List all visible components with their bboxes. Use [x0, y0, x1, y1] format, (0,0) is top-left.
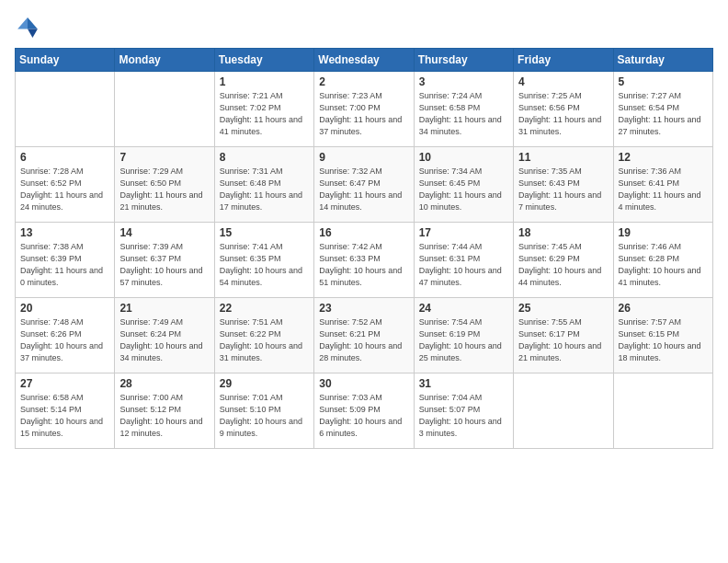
weekday-header-tuesday: Tuesday	[214, 49, 313, 72]
day-cell: 19Sunrise: 7:46 AMSunset: 6:28 PMDayligh…	[613, 223, 712, 298]
day-cell: 27Sunrise: 6:58 AMSunset: 5:14 PMDayligh…	[16, 373, 115, 449]
day-number: 10	[419, 151, 508, 164]
day-info: Sunrise: 7:55 AMSunset: 6:17 PMDaylight:…	[518, 316, 608, 364]
day-info: Sunrise: 7:00 AMSunset: 5:12 PMDaylight:…	[119, 392, 209, 440]
day-number: 18	[518, 226, 608, 239]
day-info: Sunrise: 7:24 AMSunset: 6:58 PMDaylight:…	[419, 90, 508, 138]
day-number: 20	[20, 302, 109, 315]
week-row-4: 20Sunrise: 7:48 AMSunset: 6:26 PMDayligh…	[16, 298, 713, 373]
day-number: 22	[220, 302, 309, 315]
day-number: 8	[220, 151, 309, 164]
day-cell: 3Sunrise: 7:24 AMSunset: 6:58 PMDaylight…	[414, 72, 513, 147]
day-number: 7	[119, 151, 209, 164]
day-info: Sunrise: 7:34 AMSunset: 6:45 PMDaylight:…	[419, 166, 508, 213]
day-number: 5	[619, 75, 708, 88]
weekday-header-saturday: Saturday	[613, 49, 712, 72]
day-info: Sunrise: 7:51 AMSunset: 6:22 PMDaylight:…	[220, 316, 309, 364]
day-info: Sunrise: 7:52 AMSunset: 6:21 PMDaylight:…	[319, 316, 408, 364]
day-cell: 7Sunrise: 7:29 AMSunset: 6:50 PMDaylight…	[115, 147, 214, 223]
day-cell: 30Sunrise: 7:03 AMSunset: 5:09 PMDayligh…	[314, 373, 414, 449]
day-info: Sunrise: 7:57 AMSunset: 6:15 PMDaylight:…	[619, 316, 708, 364]
day-number: 13	[20, 226, 109, 239]
weekday-header-sunday: Sunday	[16, 49, 115, 72]
day-number: 9	[319, 151, 408, 164]
day-info: Sunrise: 7:41 AMSunset: 6:35 PMDaylight:…	[220, 241, 309, 289]
day-number: 11	[518, 151, 608, 164]
day-cell: 1Sunrise: 7:21 AMSunset: 7:02 PMDaylight…	[214, 72, 313, 147]
day-info: Sunrise: 7:38 AMSunset: 6:39 PMDaylight:…	[20, 241, 109, 289]
svg-marker-2	[17, 17, 28, 29]
day-number: 29	[220, 377, 309, 390]
day-cell: 9Sunrise: 7:32 AMSunset: 6:47 PMDaylight…	[314, 147, 414, 223]
day-cell: 13Sunrise: 7:38 AMSunset: 6:39 PMDayligh…	[16, 223, 115, 298]
day-info: Sunrise: 7:42 AMSunset: 6:33 PMDaylight:…	[319, 241, 408, 289]
day-number: 1	[220, 75, 309, 88]
day-info: Sunrise: 7:28 AMSunset: 6:52 PMDaylight:…	[20, 166, 109, 213]
day-number: 26	[619, 302, 708, 315]
weekday-header-row: SundayMondayTuesdayWednesdayThursdayFrid…	[16, 49, 713, 72]
day-cell: 16Sunrise: 7:42 AMSunset: 6:33 PMDayligh…	[314, 223, 414, 298]
day-cell: 5Sunrise: 7:27 AMSunset: 6:54 PMDaylight…	[613, 72, 712, 147]
day-info: Sunrise: 7:46 AMSunset: 6:28 PMDaylight:…	[619, 241, 708, 289]
day-cell: 12Sunrise: 7:36 AMSunset: 6:41 PMDayligh…	[613, 147, 712, 223]
week-row-5: 27Sunrise: 6:58 AMSunset: 5:14 PMDayligh…	[16, 373, 713, 449]
day-cell	[115, 72, 214, 147]
day-info: Sunrise: 7:39 AMSunset: 6:37 PMDaylight:…	[119, 241, 209, 289]
day-number: 30	[319, 377, 408, 390]
day-number: 21	[119, 302, 209, 315]
weekday-header-wednesday: Wednesday	[314, 49, 414, 72]
day-cell	[514, 373, 613, 449]
day-info: Sunrise: 7:32 AMSunset: 6:47 PMDaylight:…	[319, 166, 408, 213]
day-number: 23	[319, 302, 408, 315]
day-info: Sunrise: 7:04 AMSunset: 5:07 PMDaylight:…	[419, 392, 508, 440]
day-info: Sunrise: 7:25 AMSunset: 6:56 PMDaylight:…	[518, 90, 608, 138]
week-row-3: 13Sunrise: 7:38 AMSunset: 6:39 PMDayligh…	[16, 223, 713, 298]
day-cell: 26Sunrise: 7:57 AMSunset: 6:15 PMDayligh…	[613, 298, 712, 373]
day-number: 28	[119, 377, 209, 390]
day-info: Sunrise: 7:45 AMSunset: 6:29 PMDaylight:…	[518, 241, 608, 289]
day-info: Sunrise: 7:49 AMSunset: 6:24 PMDaylight:…	[119, 316, 209, 364]
day-cell: 6Sunrise: 7:28 AMSunset: 6:52 PMDaylight…	[16, 147, 115, 223]
day-info: Sunrise: 7:27 AMSunset: 6:54 PMDaylight:…	[619, 90, 708, 138]
day-number: 15	[220, 226, 309, 239]
weekday-header-monday: Monday	[115, 49, 214, 72]
calendar-table: SundayMondayTuesdayWednesdayThursdayFrid…	[15, 48, 713, 449]
svg-marker-0	[28, 17, 38, 29]
day-cell: 10Sunrise: 7:34 AMSunset: 6:45 PMDayligh…	[414, 147, 513, 223]
day-cell: 28Sunrise: 7:00 AMSunset: 5:12 PMDayligh…	[115, 373, 214, 449]
day-info: Sunrise: 7:23 AMSunset: 7:00 PMDaylight:…	[319, 90, 408, 138]
day-number: 16	[319, 226, 408, 239]
day-number: 19	[619, 226, 708, 239]
day-info: Sunrise: 7:35 AMSunset: 6:43 PMDaylight:…	[518, 166, 608, 213]
day-number: 12	[619, 151, 708, 164]
day-cell: 29Sunrise: 7:01 AMSunset: 5:10 PMDayligh…	[214, 373, 313, 449]
week-row-1: 1Sunrise: 7:21 AMSunset: 7:02 PMDaylight…	[16, 72, 713, 147]
day-cell	[613, 373, 712, 449]
day-cell: 11Sunrise: 7:35 AMSunset: 6:43 PMDayligh…	[514, 147, 613, 223]
day-cell: 2Sunrise: 7:23 AMSunset: 7:00 PMDaylight…	[314, 72, 414, 147]
day-number: 27	[20, 377, 109, 390]
day-info: Sunrise: 7:31 AMSunset: 6:48 PMDaylight:…	[220, 166, 309, 213]
day-info: Sunrise: 7:36 AMSunset: 6:41 PMDaylight:…	[619, 166, 708, 213]
day-cell: 22Sunrise: 7:51 AMSunset: 6:22 PMDayligh…	[214, 298, 313, 373]
day-number: 14	[119, 226, 209, 239]
day-number: 6	[20, 151, 109, 164]
day-cell: 8Sunrise: 7:31 AMSunset: 6:48 PMDaylight…	[214, 147, 313, 223]
day-cell	[16, 72, 115, 147]
day-cell: 18Sunrise: 7:45 AMSunset: 6:29 PMDayligh…	[514, 223, 613, 298]
day-cell: 21Sunrise: 7:49 AMSunset: 6:24 PMDayligh…	[115, 298, 214, 373]
day-info: Sunrise: 7:48 AMSunset: 6:26 PMDaylight:…	[20, 316, 109, 364]
day-number: 17	[419, 226, 508, 239]
day-number: 4	[518, 75, 608, 88]
day-cell: 25Sunrise: 7:55 AMSunset: 6:17 PMDayligh…	[514, 298, 613, 373]
day-number: 2	[319, 75, 408, 88]
day-info: Sunrise: 7:03 AMSunset: 5:09 PMDaylight:…	[319, 392, 408, 440]
day-number: 3	[419, 75, 508, 88]
logo-icon	[15, 15, 40, 40]
day-cell: 17Sunrise: 7:44 AMSunset: 6:31 PMDayligh…	[414, 223, 513, 298]
logo	[15, 15, 44, 40]
svg-marker-1	[28, 29, 38, 38]
day-number: 31	[419, 377, 508, 390]
header	[15, 15, 713, 40]
day-cell: 15Sunrise: 7:41 AMSunset: 6:35 PMDayligh…	[214, 223, 313, 298]
